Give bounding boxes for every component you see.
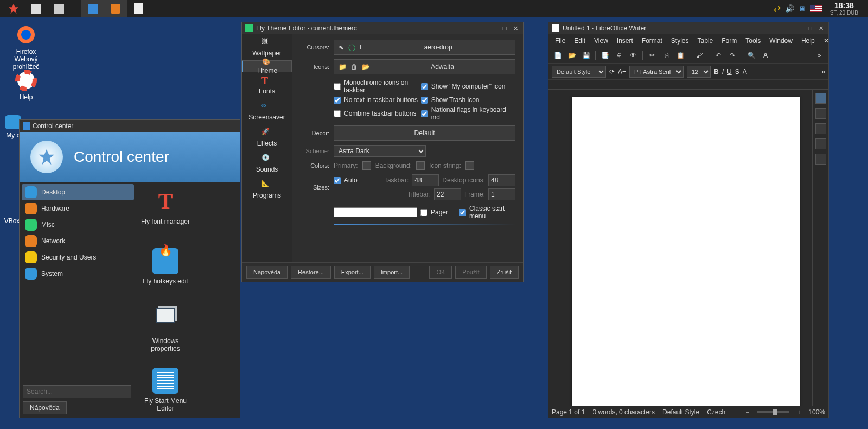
- menu-styles[interactable]: Styles: [667, 37, 693, 45]
- copy-icon[interactable]: ⎘: [660, 49, 672, 61]
- taskbar-task-themeeditor[interactable]: [104, 0, 127, 17]
- taskbar-app-2[interactable]: [48, 0, 71, 17]
- cc-search-input[interactable]: [23, 385, 131, 398]
- menu-tools[interactable]: Tools: [741, 37, 765, 45]
- strike-icon[interactable]: S: [735, 68, 739, 75]
- underline-icon[interactable]: U: [727, 68, 732, 75]
- sidebar-page-icon[interactable]: [815, 108, 826, 119]
- font-size-select[interactable]: 12: [687, 66, 711, 78]
- zoom-slider[interactable]: [757, 411, 789, 413]
- check-mono[interactable]: Monochrome icons on taskbar: [334, 79, 421, 94]
- maximize-button[interactable]: □: [500, 24, 509, 33]
- cc-category-security[interactable]: Security and Users: [22, 249, 134, 266]
- sidebar-properties-icon[interactable]: [815, 93, 826, 104]
- cc-titlebar[interactable]: Control center: [20, 120, 240, 132]
- maximize-button[interactable]: □: [806, 24, 814, 33]
- taskbar-clock[interactable]: 18:38 ST, 20 DUB: [827, 2, 861, 16]
- te-tab-programs[interactable]: 📐Programs: [242, 176, 292, 203]
- taskbar-task-controlcenter[interactable]: [81, 0, 104, 17]
- te-tab-sounds[interactable]: 💿Sounds: [242, 150, 292, 176]
- status-zoom[interactable]: 100%: [808, 408, 825, 416]
- cc-category-misc[interactable]: Misc: [22, 217, 134, 233]
- te-cancel-button[interactable]: Zrušit: [490, 266, 519, 279]
- check-auto[interactable]: Auto: [334, 176, 358, 184]
- cc-help-button[interactable]: Nápověda: [23, 401, 67, 414]
- cc-tool-winprops[interactable]: Windows properties: [139, 305, 192, 364]
- export-pdf-icon[interactable]: 📑: [599, 49, 611, 61]
- menu-help[interactable]: Help: [797, 37, 819, 45]
- scheme-select[interactable]: Astra Dark: [334, 145, 426, 157]
- check-trash[interactable]: Show Trash icon: [421, 96, 508, 104]
- close-button[interactable]: ✕: [511, 24, 520, 33]
- network-icon[interactable]: 🖥: [799, 4, 806, 13]
- print-preview-icon[interactable]: 👁: [627, 49, 639, 61]
- background-color-swatch[interactable]: [416, 161, 425, 170]
- open-icon[interactable]: 📂: [566, 49, 578, 61]
- status-style[interactable]: Default Style: [662, 408, 699, 416]
- font-name-select[interactable]: PT Astra Serif: [629, 66, 684, 78]
- cc-category-network[interactable]: Network: [22, 233, 134, 249]
- cc-category-hardware[interactable]: Hardware: [22, 200, 134, 217]
- iconstring-color-swatch[interactable]: [465, 161, 474, 170]
- paragraph-style-select[interactable]: Default Style: [552, 66, 606, 78]
- sidebar-styles-icon[interactable]: [815, 123, 826, 134]
- new-style-icon[interactable]: A+: [618, 68, 626, 75]
- status-page[interactable]: Page 1 of 1: [552, 408, 585, 416]
- desktop-icon-firefox[interactable]: Firefox Webový prohlížeč: [4, 24, 48, 71]
- cc-tool-font[interactable]: TFly font manager: [139, 185, 192, 245]
- toolbar-overflow-icon[interactable]: »: [813, 49, 825, 61]
- sidebar-navigator-icon[interactable]: [815, 154, 826, 165]
- start-menu-button[interactable]: [2, 0, 25, 17]
- menu-insert[interactable]: Insert: [612, 37, 637, 45]
- cursor-picker[interactable]: ⬉ ◯ I aero-drop: [334, 40, 515, 55]
- taskbar-task-writer[interactable]: [127, 0, 150, 17]
- print-icon[interactable]: 🖨: [613, 49, 625, 61]
- menu-view[interactable]: View: [590, 37, 612, 45]
- update-style-icon[interactable]: ⟳: [609, 68, 615, 75]
- check-pager[interactable]: Pager: [334, 207, 448, 217]
- te-tab-theme[interactable]: 🎨Theme: [242, 60, 292, 72]
- lo-vertical-ruler[interactable]: [548, 90, 559, 406]
- menu-file[interactable]: File: [551, 37, 570, 45]
- status-words[interactable]: 0 words, 0 characters: [592, 408, 655, 416]
- cc-category-system[interactable]: System: [22, 266, 134, 282]
- status-language[interactable]: Czech: [707, 408, 725, 416]
- lo-document-viewport[interactable]: [559, 90, 812, 406]
- icons-picker[interactable]: 📁 🗑 📂 Adwaita: [334, 59, 515, 74]
- te-restore-button[interactable]: Restore...: [291, 266, 331, 279]
- minimize-button[interactable]: —: [489, 24, 498, 33]
- highlight-icon[interactable]: A: [743, 68, 747, 75]
- check-flags[interactable]: National flags in keyboard ind: [421, 106, 508, 121]
- lo-page[interactable]: [572, 97, 800, 406]
- check-mycomp[interactable]: Show "My computer" icon: [421, 79, 508, 94]
- save-icon[interactable]: 💾: [580, 49, 592, 61]
- lo-titlebar[interactable]: Untitled 1 - LibreOffice Writer — □ ✕: [548, 22, 828, 34]
- toolbar2-overflow-icon[interactable]: »: [821, 68, 825, 75]
- usb-icon[interactable]: ⇄: [774, 3, 781, 14]
- new-doc-icon[interactable]: 📄: [552, 49, 564, 61]
- check-notext[interactable]: No text in taskbar buttons: [334, 96, 421, 104]
- close-button[interactable]: ✕: [816, 24, 825, 33]
- undo-icon[interactable]: ↶: [712, 49, 724, 61]
- te-tab-effects[interactable]: 🚀Effects: [242, 124, 292, 150]
- te-tab-fonts[interactable]: TFonts: [242, 72, 292, 98]
- sidebar-gallery-icon[interactable]: [815, 138, 826, 149]
- te-export-button[interactable]: Export...: [334, 266, 371, 279]
- te-tab-wallpaper[interactable]: 🖼Wallpaper: [242, 34, 292, 60]
- check-classic[interactable]: Classic start menu: [459, 205, 515, 220]
- find-icon[interactable]: 🔍: [745, 49, 757, 61]
- minimize-button[interactable]: —: [795, 24, 803, 33]
- primary-color-swatch[interactable]: [362, 161, 371, 170]
- zoom-out-icon[interactable]: −: [745, 408, 749, 416]
- desktop-icon-help[interactable]: Help: [4, 70, 48, 101]
- cc-tool-hotkeys[interactable]: 🔥Fly hotkeys edit: [139, 245, 192, 305]
- spellcheck-icon[interactable]: A: [760, 49, 771, 61]
- italic-icon[interactable]: I: [722, 68, 724, 75]
- paste-icon[interactable]: 📋: [674, 49, 686, 61]
- te-import-button[interactable]: Import...: [374, 266, 410, 279]
- te-help-button[interactable]: Nápověda: [246, 266, 288, 279]
- keyboard-layout-flag-icon[interactable]: [810, 5, 822, 12]
- redo-icon[interactable]: ↷: [726, 49, 738, 61]
- menu-format[interactable]: Format: [637, 37, 667, 45]
- zoom-in-icon[interactable]: +: [797, 408, 801, 416]
